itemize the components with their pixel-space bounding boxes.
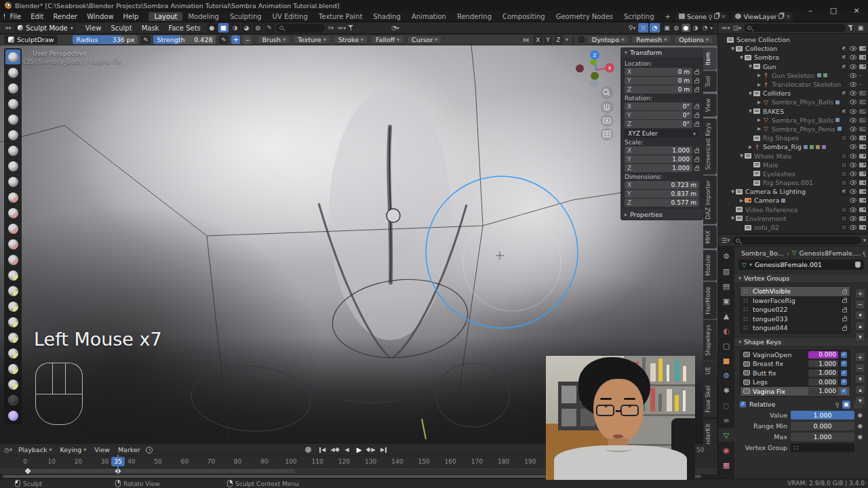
vertex-group-row[interactable]: ∷lowerFaceRig: [741, 296, 850, 306]
shape-key-row[interactable]: Legs0.000✓: [741, 378, 850, 387]
hide-eye-icon[interactable]: [850, 82, 856, 87]
range-max-field[interactable]: 1.000: [791, 432, 854, 441]
workspace-tab-layout[interactable]: Layout: [149, 12, 182, 21]
expand-arrow-icon[interactable]: ▶: [756, 126, 762, 131]
outliner-row[interactable]: ▼Sombra✓: [718, 53, 868, 62]
pin-icon[interactable]: [709, 15, 712, 18]
move-shape-key-down-button[interactable]: ▾: [855, 396, 865, 405]
shading-material-button[interactable]: ◑: [691, 24, 700, 32]
remove-viewlayer-icon[interactable]: ×: [785, 13, 791, 20]
radius-slider[interactable]: Radius 336 px: [73, 35, 138, 44]
mesh-name-field[interactable]: ▽▾ Genesis8Female.001: [738, 260, 864, 270]
hide-eye-icon[interactable]: [850, 109, 856, 114]
lock-icon[interactable]: [694, 159, 699, 162]
brush-rotate-button[interactable]: [5, 361, 20, 376]
outliner-row[interactable]: ▼Camera & Lighting✓: [718, 187, 868, 196]
brush-slide-relax-button[interactable]: [5, 377, 20, 392]
render-visibility-icon[interactable]: [859, 136, 866, 140]
new-viewlayer-icon[interactable]: [778, 14, 783, 19]
current-frame-indicator[interactable]: 35: [111, 457, 125, 466]
render-visibility-icon[interactable]: [859, 225, 866, 230]
properties-tab-tool[interactable]: ⚙: [718, 249, 734, 263]
brush-flatten-button[interactable]: [5, 190, 20, 205]
hide-eye-icon[interactable]: [850, 171, 856, 176]
add-workspace-button[interactable]: +: [660, 12, 676, 21]
brush-toggle-icon[interactable]: ✎: [264, 23, 275, 33]
breadcrumb-data[interactable]: Genesis8Female....: [800, 249, 861, 257]
box-mask-toggle-icon[interactable]: ■: [218, 23, 229, 33]
timeline-editor-type-icon[interactable]: ◷▾: [3, 445, 13, 454]
brush-crease-button[interactable]: [5, 159, 20, 174]
outliner-row[interactable]: ▶▽Sombra_Phys_Balls: [718, 116, 868, 125]
shape-key-edit-mode-icon[interactable]: ▣: [842, 401, 850, 409]
hide-eye-icon[interactable]: [850, 91, 856, 96]
viewport-search-input[interactable]: [276, 24, 325, 33]
exclude-checkbox[interactable]: [841, 207, 847, 213]
brush-layer-button[interactable]: [5, 112, 20, 127]
cursor-dropdown[interactable]: Cursor▾: [407, 35, 442, 44]
npanel-tab-view[interactable]: View: [703, 94, 717, 117]
brush-scrape-button[interactable]: [5, 221, 20, 236]
render-visibility-icon[interactable]: [859, 163, 866, 167]
lock-icon[interactable]: [694, 115, 699, 118]
move-shape-key-up-button[interactable]: ▴: [855, 385, 865, 394]
outliner-row[interactable]: Rig Shapes: [718, 134, 868, 142]
transform-scale-y-field[interactable]: Y1.000: [625, 155, 692, 163]
outliner-row[interactable]: ▼Collection✓: [718, 44, 868, 53]
brush-snake-hook-button[interactable]: [5, 299, 20, 314]
viewport-menu-view[interactable]: View: [81, 24, 106, 32]
remesh-dropdown[interactable]: Remesh▾: [631, 35, 671, 44]
properties-tab-world[interactable]: ◐: [718, 324, 734, 338]
exclude-checkbox[interactable]: ✓: [841, 90, 847, 96]
xray-toggle-icon[interactable]: ⤫: [638, 23, 648, 33]
lock-icon[interactable]: [842, 309, 847, 312]
expand-arrow-icon[interactable]: ▼: [747, 91, 753, 96]
hide-eye-icon[interactable]: [850, 207, 856, 212]
expand-arrow-icon[interactable]: ▼: [730, 216, 736, 221]
shape-key-row[interactable]: Butt fix1.000✓: [741, 369, 850, 378]
properties-tab-scene[interactable]: ▲: [718, 309, 734, 323]
exclude-checkbox[interactable]: [841, 135, 847, 141]
render-visibility-icon[interactable]: [859, 100, 866, 104]
transform-rot-z-field[interactable]: Z0°: [625, 120, 692, 128]
add-vertex-group-button[interactable]: +: [855, 289, 865, 298]
shape-key-mute-checkbox[interactable]: ✓: [841, 379, 847, 385]
brush-fill-button[interactable]: [5, 205, 20, 220]
npanel-tab-shapekeys[interactable]: Shapekeys: [703, 320, 717, 361]
properties-editor-type-icon[interactable]: ☰▾: [721, 236, 730, 245]
npanel-tab-tool[interactable]: Tool: [703, 71, 717, 92]
shape-key-value-slider[interactable]: 1.000: [791, 411, 854, 420]
workspace-tab-modeling[interactable]: Modeling: [182, 12, 224, 21]
brush-clay-button[interactable]: [5, 81, 20, 96]
outliner-row[interactable]: ▶†Gun Skeleton: [718, 71, 868, 80]
hide-eye-icon[interactable]: [850, 118, 856, 123]
lock-icon[interactable]: [842, 318, 847, 321]
outliner-row[interactable]: Eyelashes: [718, 169, 868, 178]
viewport-menu-face-sets[interactable]: Face Sets: [163, 24, 205, 32]
filter-funnel-icon[interactable]: [348, 25, 354, 30]
hide-eye-icon[interactable]: [850, 46, 856, 51]
exclude-checkbox[interactable]: [841, 171, 847, 177]
filter-list-icon[interactable]: ≔▾: [337, 24, 347, 33]
transform-loc-y-field[interactable]: Y0 m: [625, 77, 692, 85]
properties-tab-render[interactable]: ▥: [718, 264, 734, 278]
expand-arrow-icon[interactable]: ▶: [756, 100, 762, 105]
render-visibility-icon[interactable]: [859, 154, 866, 159]
npanel-tab-module[interactable]: Module: [703, 250, 717, 281]
transform-loc-x-field[interactable]: X0 m: [625, 68, 692, 76]
close-button[interactable]: ×: [845, 6, 868, 15]
outliner-row[interactable]: ▶†Translocator Skeleton: [718, 80, 868, 89]
outliner-row[interactable]: ▼Colliders✓: [718, 89, 868, 98]
shape-key-value[interactable]: 1.000: [808, 369, 838, 377]
shading-wireframe-button[interactable]: ▣: [663, 24, 671, 32]
outliner-row[interactable]: Rig Shapes.001: [718, 178, 868, 187]
overlays-toggle-icon[interactable]: ◔: [650, 23, 660, 33]
hide-eye-icon[interactable]: [850, 127, 856, 131]
render-visibility-icon[interactable]: [859, 75, 861, 76]
hide-eye-icon[interactable]: [850, 64, 856, 69]
lock-icon[interactable]: [842, 327, 847, 331]
properties-tab-view-layer[interactable]: ▣: [718, 294, 734, 308]
gizmo-dropdown-icon[interactable]: ⚲▾: [627, 24, 637, 33]
visibility-dropdown-icon[interactable]: ▿▾: [326, 24, 336, 33]
shape-key-specials-button[interactable]: ▾: [855, 374, 865, 384]
